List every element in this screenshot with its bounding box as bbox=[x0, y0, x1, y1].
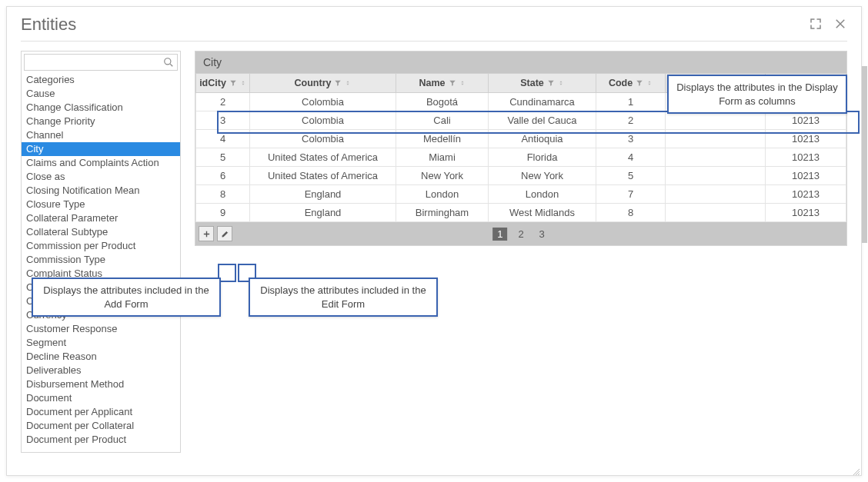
table-cell: 7 bbox=[596, 185, 666, 204]
table-cell: 4 bbox=[196, 130, 250, 148]
entity-item[interactable]: Deliverables bbox=[22, 364, 180, 377]
resize-handle-icon[interactable] bbox=[852, 466, 860, 474]
page-number[interactable]: 2 bbox=[513, 228, 528, 241]
table-row[interactable]: 4ColombiaMedellínAntioquia310213 bbox=[196, 130, 846, 148]
scrollbar-thumb[interactable] bbox=[862, 66, 867, 243]
entity-item[interactable]: Change Priority bbox=[22, 115, 180, 128]
entity-item[interactable]: Categories bbox=[22, 73, 180, 87]
search-input[interactable] bbox=[24, 54, 178, 71]
sort-icon[interactable] bbox=[345, 79, 351, 87]
table-cell: 3 bbox=[196, 111, 250, 130]
sort-icon[interactable] bbox=[240, 79, 246, 87]
column-header[interactable]: Country bbox=[250, 74, 396, 93]
entity-item[interactable]: Decline Reason bbox=[22, 350, 180, 364]
entity-item[interactable]: Customer Response bbox=[22, 322, 180, 336]
table-cell: 8 bbox=[596, 204, 666, 222]
entity-item[interactable]: Collateral Subtype bbox=[22, 225, 180, 239]
entity-item[interactable]: Close as bbox=[22, 170, 180, 184]
entity-item[interactable]: Claims and Complaints Action bbox=[22, 156, 180, 170]
entity-item[interactable]: Commission Type bbox=[22, 253, 180, 267]
entity-item[interactable]: Disbursement Method bbox=[22, 377, 180, 391]
entity-item[interactable]: Closing Notification Mean bbox=[22, 184, 180, 198]
entity-item[interactable]: Document per Applicant bbox=[22, 405, 180, 419]
filter-icon[interactable] bbox=[334, 79, 342, 87]
table-cell: United States of America bbox=[250, 167, 396, 185]
table-cell: 10213 bbox=[766, 130, 846, 148]
table-cell: 5 bbox=[596, 167, 666, 185]
add-button[interactable] bbox=[199, 226, 214, 241]
entity-sidebar: CategoriesCauseChange ClassificationChan… bbox=[21, 51, 181, 453]
column-label: Code bbox=[609, 78, 633, 88]
close-icon[interactable] bbox=[833, 17, 847, 33]
table-cell: 10213 bbox=[766, 185, 846, 204]
sort-icon[interactable] bbox=[459, 79, 466, 87]
table-cell: 2 bbox=[196, 93, 250, 111]
search-wrap bbox=[22, 52, 180, 73]
table-footer: 123 bbox=[195, 222, 846, 245]
sort-icon[interactable] bbox=[646, 79, 653, 87]
table-cell: 6 bbox=[196, 167, 250, 185]
table-cell bbox=[666, 204, 766, 222]
footer-buttons bbox=[195, 226, 232, 241]
table-cell bbox=[666, 111, 766, 130]
table-row[interactable]: 5United States of AmericaMiamiFlorida410… bbox=[196, 148, 846, 167]
table-cell: United States of America bbox=[250, 148, 396, 167]
table-row[interactable]: 9EnglandBirminghamWest Midlands810213 bbox=[196, 204, 846, 222]
table-cell: England bbox=[250, 204, 396, 222]
filter-icon[interactable] bbox=[229, 79, 237, 87]
table-cell: Colombia bbox=[250, 93, 396, 111]
sort-icon[interactable] bbox=[558, 79, 564, 87]
table-cell: Antioquia bbox=[489, 130, 596, 148]
filter-icon[interactable] bbox=[636, 79, 643, 87]
column-header[interactable]: Code bbox=[596, 74, 666, 93]
table-cell: West Midlands bbox=[489, 204, 596, 222]
page-number[interactable]: 3 bbox=[535, 228, 549, 241]
table-cell: 10213 bbox=[766, 204, 846, 222]
maximize-icon[interactable] bbox=[809, 17, 823, 33]
table-cell: 5 bbox=[196, 148, 250, 167]
column-header[interactable]: idCity bbox=[196, 74, 250, 93]
modal-header: Entities bbox=[7, 7, 861, 41]
filter-icon[interactable] bbox=[547, 79, 555, 87]
table-cell: 10213 bbox=[766, 167, 846, 185]
table-cell: 4 bbox=[596, 148, 666, 167]
entity-item[interactable]: City bbox=[22, 142, 180, 156]
edit-button[interactable] bbox=[217, 226, 232, 241]
entity-item[interactable]: Commission per Product bbox=[22, 239, 180, 253]
filter-icon[interactable] bbox=[449, 79, 456, 87]
entities-modal: Entities CategoriesCauseChange Classific… bbox=[6, 6, 862, 476]
table-cell: 1 bbox=[596, 93, 666, 111]
entity-item[interactable]: Change Classification bbox=[22, 101, 180, 115]
column-header[interactable]: State bbox=[489, 74, 596, 93]
entity-item[interactable]: Closure Type bbox=[22, 198, 180, 211]
table-cell: 8 bbox=[196, 185, 250, 204]
entity-item[interactable]: Document bbox=[22, 391, 180, 405]
table-row[interactable]: 6United States of AmericaNew YorkNew Yor… bbox=[196, 167, 846, 185]
column-label: State bbox=[520, 78, 544, 88]
entity-item[interactable]: Channel bbox=[22, 128, 180, 142]
entity-item[interactable]: Cause bbox=[22, 87, 180, 101]
modal-actions bbox=[809, 17, 847, 33]
entity-item[interactable]: Document per Collateral bbox=[22, 419, 180, 433]
pagination: 123 bbox=[492, 228, 549, 241]
entity-list[interactable]: CategoriesCauseChange ClassificationChan… bbox=[22, 73, 180, 452]
table-row[interactable]: 8EnglandLondonLondon710213 bbox=[196, 185, 846, 204]
entity-item[interactable]: Collateral Parameter bbox=[22, 211, 180, 225]
table-cell: 10213 bbox=[766, 111, 846, 130]
table-title: City bbox=[195, 52, 846, 73]
table-cell: New York bbox=[396, 167, 489, 185]
table-row[interactable]: 3ColombiaCaliValle del Cauca210213 bbox=[196, 111, 846, 130]
table-cell: 3 bbox=[596, 130, 666, 148]
table-cell: Miami bbox=[396, 148, 489, 167]
column-label: Name bbox=[419, 78, 445, 88]
modal-title: Entities bbox=[21, 15, 76, 35]
table-cell bbox=[666, 167, 766, 185]
entity-item[interactable]: Document per Product bbox=[22, 433, 180, 447]
page-number[interactable]: 1 bbox=[492, 228, 507, 241]
callout-add-form: Displays the attributes included in the … bbox=[32, 278, 221, 317]
column-header[interactable]: Name bbox=[396, 74, 489, 93]
entity-item[interactable]: Segment bbox=[22, 336, 180, 350]
table-cell: Cali bbox=[396, 111, 489, 130]
table-cell bbox=[666, 148, 766, 167]
table-cell: Birmingham bbox=[396, 204, 489, 222]
